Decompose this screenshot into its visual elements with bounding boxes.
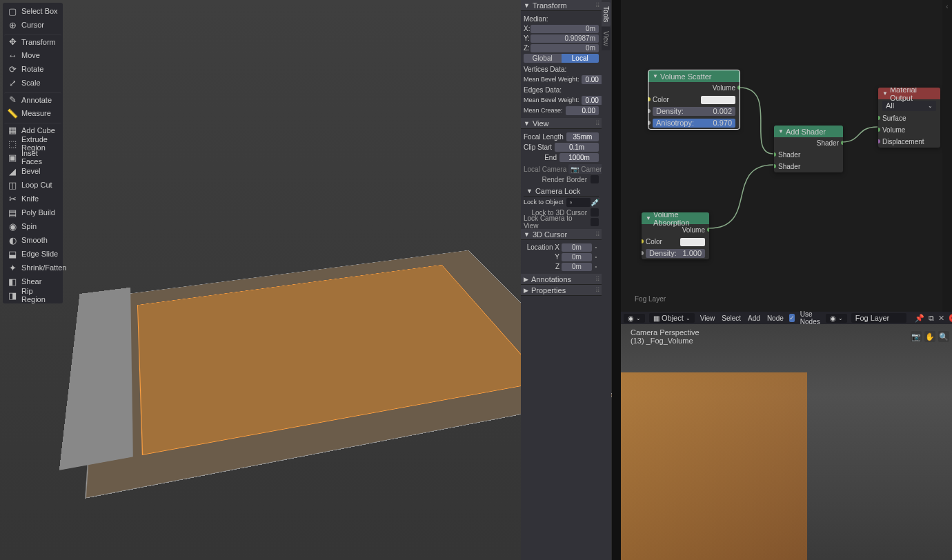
main-3d-viewport[interactable]: ▢Select Box⊕Cursor✥Transform↔Move⟳Rotate… [0, 0, 611, 560]
use-nodes-checkbox[interactable]: ✓ [789, 314, 795, 322]
node-add-shader[interactable]: ▼Add Shader Shader Shader Shader [774, 126, 843, 172]
object-mode-dropdown[interactable]: ▦ Object ⌄ [649, 313, 695, 323]
tool-rotate[interactable]: ⟳Rotate [4, 62, 61, 76]
menu-node[interactable]: Node [766, 314, 785, 322]
cursor-y-field[interactable]: 0m [562, 253, 592, 261]
shader-node-editor[interactable]: ▼Volume Scatter Volume Color Density:0.0… [621, 0, 952, 312]
render-border-checkbox[interactable] [591, 175, 599, 183]
panel-header-transform[interactable]: ▼ Transform ⠿ [521, 0, 602, 11]
mean-crease-field[interactable]: 0.00 [566, 106, 599, 115]
tool-extrude-region[interactable]: ⬚Extrude Region [4, 137, 61, 150]
node-material-output[interactable]: ▼Material Output All⌄ Surface Volume Dis… [878, 88, 940, 148]
lock-icon[interactable]: • [593, 254, 599, 260]
drag-handle-icon[interactable]: ⠿ [595, 276, 599, 283]
socket-color[interactable]: Color [646, 238, 662, 246]
tool-shear[interactable]: ◧Shear [4, 274, 61, 288]
tool-select-box[interactable]: ▢Select Box [4, 4, 61, 18]
socket-shader-in2[interactable]: Shader [778, 163, 800, 170]
lock-camera-view-checkbox[interactable] [591, 218, 599, 226]
copy-icon[interactable]: ⧉ [929, 313, 934, 323]
material-slot-dropdown[interactable]: Fog Layer [851, 313, 906, 323]
tab-tools[interactable]: Tools [602, 2, 611, 26]
socket-volume-out[interactable]: Volume [713, 84, 735, 92]
socket-volume[interactable]: Volume [882, 126, 905, 134]
space-global-button[interactable]: Global [524, 54, 562, 63]
anisotropy-field[interactable]: Anisotropy:0.970 [653, 119, 735, 128]
socket-displacement[interactable]: Displacement [882, 138, 924, 146]
tool-spin[interactable]: ◉Spin [4, 219, 61, 233]
area-splitter-vertical[interactable] [612, 0, 621, 560]
mean-bevel-field[interactable]: 0.00 [582, 75, 602, 84]
tool-label: Transform [21, 38, 56, 46]
lock-camera-view-label: Lock Camera to View [524, 214, 587, 230]
local-camera-field[interactable]: 📷 Camera ✕ [568, 164, 602, 174]
color-swatch[interactable] [680, 238, 705, 246]
tool-loop-cut[interactable]: ◫Loop Cut [4, 178, 61, 192]
hand-icon[interactable]: ✋ [924, 331, 935, 342]
clip-start-field[interactable]: 0.1m [555, 143, 599, 152]
tool-cursor[interactable]: ⊕Cursor [4, 18, 61, 32]
material-type-dropdown[interactable]: ◉ ⌄ [826, 314, 847, 323]
node-volume-scatter[interactable]: ▼Volume Scatter Volume Color Density:0.0… [648, 70, 740, 129]
lock-3d-cursor-checkbox[interactable] [591, 208, 599, 217]
tool-smooth[interactable]: ◐Smooth [4, 233, 61, 247]
mean-bevel-edge-field[interactable]: 0.00 [582, 96, 602, 105]
lock-object-field[interactable]: ▫ [566, 198, 591, 207]
panel-header-view[interactable]: ▼ View ⠿ [521, 118, 602, 129]
camera-icon[interactable]: 📷 [911, 331, 922, 342]
socket-surface[interactable]: Surface [882, 114, 906, 122]
eyedropper-icon[interactable]: 💉 [591, 198, 599, 207]
chevron-left-icon[interactable]: ‹ [942, 0, 952, 12]
tool-poly-build[interactable]: ▤Poly Build [4, 206, 61, 219]
density-field[interactable]: Density:0.002 [653, 107, 735, 116]
tool-add-cube[interactable]: ▦Add Cube [4, 123, 61, 137]
tool-edge-slide[interactable]: ⬓Edge Slide [4, 247, 61, 261]
density-field[interactable]: Density:1.000 [646, 249, 705, 258]
menu-view[interactable]: View [699, 314, 717, 322]
tool-move[interactable]: ↔Move [4, 48, 61, 62]
snap-icon[interactable]: 🧲 [949, 313, 952, 323]
median-y-field[interactable]: 0.90987m [530, 34, 599, 43]
node-volume-absorption[interactable]: ▼Volume Absorption Volume Color Density:… [642, 212, 709, 259]
cursor-x-field[interactable]: 0m [562, 243, 592, 252]
median-x-field[interactable]: 0m [530, 25, 599, 33]
panel-header-3d-cursor[interactable]: ▼ 3D Cursor ⠿ [521, 229, 602, 240]
color-swatch[interactable] [701, 96, 735, 104]
zoom-icon[interactable]: 🔍 [938, 331, 949, 342]
drag-handle-icon[interactable]: ⠿ [595, 231, 599, 238]
camera-preview-viewport[interactable]: › Camera Perspective (13) _Fog_Volume 📷 … [621, 324, 952, 560]
cursor-z-field[interactable]: 0m [562, 263, 592, 271]
median-z-field[interactable]: 0m [530, 44, 599, 52]
tool-transform[interactable]: ✥Transform [4, 34, 61, 48]
tool-shrink-fatten[interactable]: ✦Shrink/Fatten [4, 261, 61, 274]
tab-view[interactable]: View [602, 27, 611, 50]
tool-measure[interactable]: 📏Measure [4, 106, 61, 120]
tool-bevel[interactable]: ◢Bevel [4, 164, 61, 178]
panel-header-properties[interactable]: ▶ Properties ⠿ [521, 285, 602, 296]
drag-handle-icon[interactable]: ⠿ [595, 287, 599, 294]
focal-length-field[interactable]: 35mm [566, 132, 599, 141]
socket-volume-out[interactable]: Volume [682, 226, 705, 234]
socket-color[interactable]: Color [653, 96, 669, 103]
tool-rip-region[interactable]: ◨Rip Region [4, 288, 61, 302]
menu-add[interactable]: Add [746, 314, 762, 322]
output-target-select[interactable]: All⌄ [882, 101, 936, 111]
drag-handle-icon[interactable]: ⠿ [595, 2, 599, 9]
socket-shader-out[interactable]: Shader [817, 139, 839, 147]
panel-header-annotations[interactable]: ▶ Annotations ⠿ [521, 274, 602, 285]
lock-icon[interactable]: • [593, 263, 599, 270]
menu-select[interactable]: Select [720, 314, 742, 322]
socket-shader-in1[interactable]: Shader [778, 151, 800, 159]
tool-knife[interactable]: ✂Knife [4, 192, 61, 206]
tool-annotate[interactable]: ✎Annotate [4, 92, 61, 106]
tool-inset-faces[interactable]: ▣Inset Faces [4, 150, 61, 164]
lock-icon[interactable]: • [593, 244, 599, 250]
tool-scale[interactable]: ⤢Scale [4, 76, 61, 90]
close-icon[interactable]: ✕ [938, 313, 944, 323]
drag-handle-icon[interactable]: ⠿ [595, 120, 599, 127]
pin-icon[interactable]: 📌 [915, 313, 924, 323]
editor-type-dropdown[interactable]: ◉ ⌄ [624, 314, 645, 323]
panel-subheader-camera-lock[interactable]: ▼ Camera Lock [524, 186, 599, 197]
clip-end-field[interactable]: 1000m [559, 153, 599, 162]
space-local-button[interactable]: Local [562, 54, 599, 63]
